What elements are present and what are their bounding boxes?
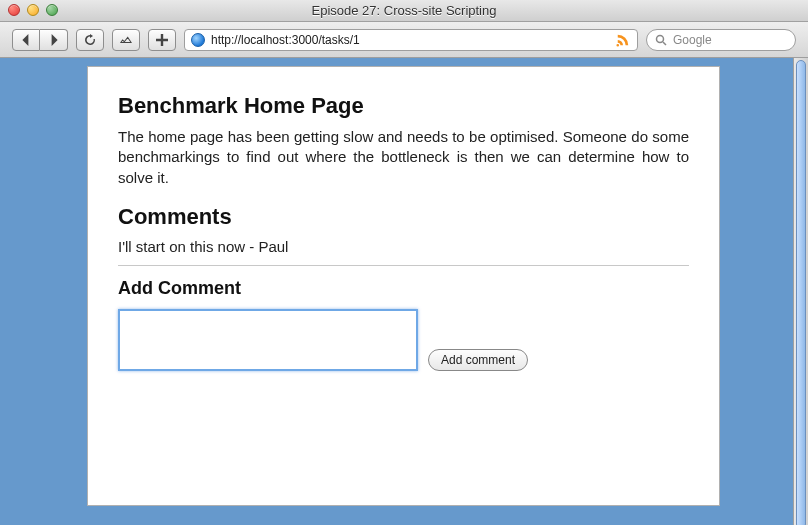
bookmarks-icon xyxy=(120,34,132,46)
reload-icon xyxy=(84,34,96,46)
window-titlebar: Episode 27: Cross-site Scripting xyxy=(0,0,808,22)
task-description: The home page has been getting slow and … xyxy=(118,127,689,188)
forward-button[interactable] xyxy=(40,29,68,51)
add-comment-heading: Add Comment xyxy=(118,278,689,299)
rss-icon[interactable] xyxy=(615,32,631,48)
comment-textarea[interactable] xyxy=(118,309,418,371)
address-bar[interactable]: http://localhost:3000/tasks/1 xyxy=(184,29,638,51)
chevron-right-icon xyxy=(48,34,60,46)
plus-icon xyxy=(156,34,168,46)
divider xyxy=(118,265,689,266)
comments-heading: Comments xyxy=(118,204,689,230)
site-favicon-icon xyxy=(191,33,205,47)
window-title: Episode 27: Cross-site Scripting xyxy=(312,3,497,18)
browser-viewport: Benchmark Home Page The home page has be… xyxy=(0,58,808,525)
nav-buttons xyxy=(12,29,68,51)
comment-item: I'll start on this now - Paul xyxy=(118,238,689,255)
task-title: Benchmark Home Page xyxy=(118,93,689,119)
svg-point-0 xyxy=(657,35,664,42)
search-icon xyxy=(655,34,667,46)
add-comment-form: Add comment xyxy=(118,309,689,371)
search-field[interactable]: Google xyxy=(646,29,796,51)
search-placeholder: Google xyxy=(673,33,712,47)
bookmarks-button[interactable] xyxy=(112,29,140,51)
zoom-window-button[interactable] xyxy=(46,4,58,16)
back-button[interactable] xyxy=(12,29,40,51)
minimize-window-button[interactable] xyxy=(27,4,39,16)
browser-toolbar: http://localhost:3000/tasks/1 Google xyxy=(0,22,808,58)
chevron-left-icon xyxy=(20,34,32,46)
traffic-lights xyxy=(8,4,58,16)
add-bookmark-button[interactable] xyxy=(148,29,176,51)
close-window-button[interactable] xyxy=(8,4,20,16)
svg-line-1 xyxy=(663,42,666,45)
add-comment-button[interactable]: Add comment xyxy=(428,349,528,371)
page-content: Benchmark Home Page The home page has be… xyxy=(87,66,720,506)
reload-button[interactable] xyxy=(76,29,104,51)
vertical-scrollbar[interactable] xyxy=(793,58,808,525)
url-text: http://localhost:3000/tasks/1 xyxy=(211,33,609,47)
